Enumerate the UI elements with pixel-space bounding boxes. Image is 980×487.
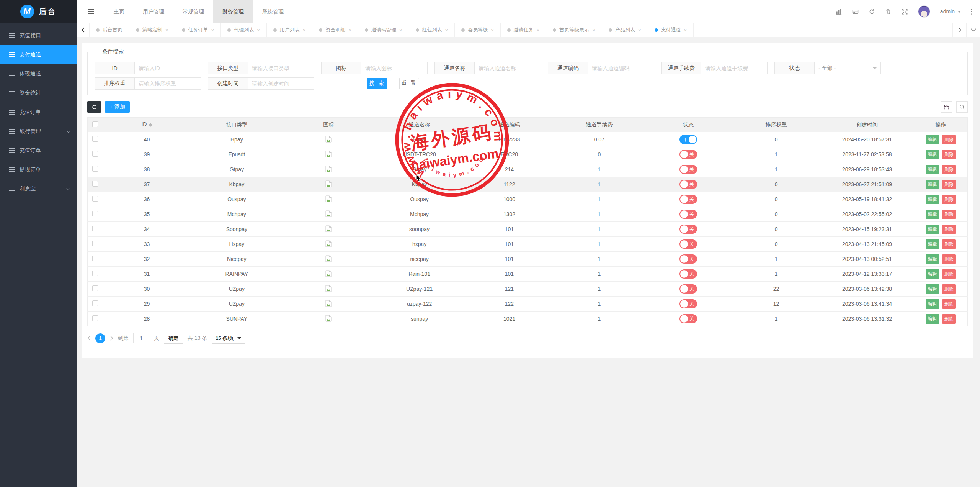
input-sort-weight[interactable] (134, 77, 201, 90)
close-icon[interactable]: × (399, 27, 402, 33)
close-icon[interactable]: × (211, 27, 214, 33)
delete-button[interactable]: 删除 (942, 254, 956, 264)
edit-button[interactable]: 编辑 (926, 299, 939, 309)
delete-button[interactable]: 删除 (942, 299, 956, 309)
row-checkbox[interactable] (92, 196, 98, 202)
delete-button[interactable]: 删除 (942, 314, 956, 324)
tab[interactable]: 资金明细× (312, 23, 358, 37)
delete-button[interactable]: 删除 (942, 195, 956, 204)
sidebar-item[interactable]: 利息宝 (0, 179, 77, 198)
prev-page-icon[interactable] (87, 336, 91, 341)
topnav-item[interactable]: 主页 (105, 0, 134, 23)
delete-button[interactable]: 删除 (942, 165, 956, 174)
tab[interactable]: 用户列表× (267, 23, 313, 37)
status-toggle[interactable]: 关 (679, 239, 697, 249)
select-all-checkbox[interactable] (92, 121, 98, 127)
status-select[interactable]: - 全部 - (814, 62, 881, 74)
refresh-table-button[interactable] (87, 101, 101, 113)
close-icon[interactable]: × (638, 27, 641, 33)
close-icon[interactable]: × (592, 27, 595, 33)
tab[interactable]: 任务订单× (175, 23, 221, 37)
sidebar-item[interactable]: 体现通道 (0, 64, 77, 84)
sidebar-item[interactable]: 提现订单 (0, 160, 77, 179)
search-button[interactable]: 搜 索 (367, 78, 387, 89)
tab[interactable]: 后台首页 (90, 23, 129, 37)
close-icon[interactable]: × (257, 27, 260, 33)
input-channel-name[interactable] (474, 62, 541, 74)
user-avatar[interactable] (918, 5, 930, 18)
row-checkbox[interactable] (92, 285, 98, 291)
status-toggle[interactable]: 开 (679, 135, 697, 144)
sidebar-item[interactable]: 充值订单 (0, 141, 77, 160)
delete-button[interactable]: 删除 (942, 150, 956, 159)
row-checkbox[interactable] (92, 315, 98, 321)
delete-button[interactable]: 删除 (942, 269, 956, 279)
tabs-menu-toggle[interactable] (966, 23, 980, 37)
delete-button[interactable]: 删除 (942, 180, 956, 189)
topnav-item[interactable]: 系统管理 (253, 0, 293, 23)
input-id[interactable] (134, 62, 201, 74)
tab[interactable]: 红包列表× (409, 23, 455, 37)
status-toggle[interactable]: 关 (679, 284, 697, 294)
goto-page-input[interactable] (133, 333, 149, 343)
row-checkbox[interactable] (92, 166, 98, 172)
status-toggle[interactable]: 关 (679, 195, 697, 204)
tab[interactable]: 代理列表× (221, 23, 267, 37)
edit-button[interactable]: 编辑 (926, 195, 939, 204)
status-toggle[interactable]: 关 (679, 254, 697, 264)
next-page-icon[interactable] (110, 336, 113, 341)
edit-button[interactable]: 编辑 (926, 180, 939, 189)
delete-button[interactable]: 删除 (942, 239, 956, 249)
edit-button[interactable]: 编辑 (926, 135, 939, 144)
topnav-item[interactable]: 财务管理 (213, 0, 253, 23)
row-checkbox[interactable] (92, 211, 98, 216)
search-toggle-icon[interactable] (956, 101, 968, 113)
reset-button[interactable]: 重 置 (399, 78, 419, 89)
row-checkbox[interactable] (92, 181, 98, 187)
edit-button[interactable]: 编辑 (926, 225, 939, 234)
tabs-scroll-right[interactable] (952, 23, 966, 37)
confirm-page-button[interactable]: 确定 (164, 333, 183, 344)
status-toggle[interactable]: 关 (679, 165, 697, 174)
edit-button[interactable]: 编辑 (926, 150, 939, 159)
sidebar-item[interactable]: 银行管理 (0, 122, 77, 141)
status-toggle[interactable]: 关 (679, 150, 697, 159)
input-create-time[interactable] (248, 77, 314, 90)
status-toggle[interactable]: 关 (679, 225, 697, 234)
close-icon[interactable]: × (303, 27, 306, 33)
close-icon[interactable]: × (165, 27, 168, 33)
delete-button[interactable]: 删除 (942, 210, 956, 219)
row-checkbox[interactable] (92, 271, 98, 276)
columns-toggle-icon[interactable] (941, 101, 952, 113)
input-icon[interactable] (361, 62, 428, 74)
edit-button[interactable]: 编辑 (926, 314, 939, 324)
edit-button[interactable]: 编辑 (926, 284, 939, 294)
close-icon[interactable]: × (348, 27, 351, 33)
row-checkbox[interactable] (92, 136, 98, 142)
delete-button[interactable]: 删除 (942, 135, 956, 144)
close-icon[interactable]: × (537, 27, 540, 33)
more-options-icon[interactable] (971, 9, 972, 15)
tab[interactable]: 策略定制× (129, 23, 175, 37)
sidebar-item[interactable]: 充值接口 (0, 26, 77, 45)
edit-button[interactable]: 编辑 (926, 269, 939, 279)
row-checkbox[interactable] (92, 241, 98, 246)
tab[interactable]: 邀请任务× (501, 23, 547, 37)
sort-icon[interactable] (149, 121, 152, 128)
status-toggle[interactable]: 关 (679, 269, 697, 279)
sidebar-item[interactable]: 支付通道 (0, 45, 77, 64)
topnav-item[interactable]: 用户管理 (134, 0, 173, 23)
delete-button[interactable]: 删除 (942, 284, 956, 294)
row-checkbox[interactable] (92, 300, 98, 306)
topnav-item[interactable]: 常规管理 (173, 0, 213, 23)
add-button[interactable]: + 添加 (105, 101, 130, 113)
row-checkbox[interactable] (92, 151, 98, 157)
edit-button[interactable]: 编辑 (926, 254, 939, 264)
input-channel-code[interactable] (588, 62, 654, 74)
tab[interactable]: 首页等级展示× (546, 23, 602, 37)
tabs-scroll-left[interactable] (77, 23, 90, 37)
menu-fold-icon[interactable] (88, 9, 94, 14)
edit-button[interactable]: 编辑 (926, 210, 939, 219)
status-toggle[interactable]: 关 (679, 180, 697, 189)
status-toggle[interactable]: 关 (679, 314, 697, 323)
